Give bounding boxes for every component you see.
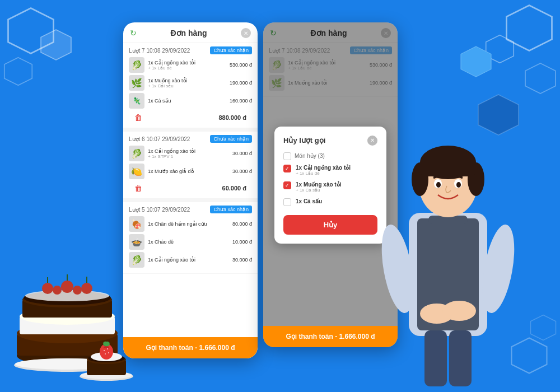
item-info: 1x Cải ngồng xào tỏi + 1x Lẩu dê: [148, 60, 230, 71]
order-item: 🍖 1x Chân dê hầm ngải cứu 80.000 đ: [129, 216, 252, 232]
item-name: 1x Mướp xào giả dỗ: [148, 169, 232, 174]
item-img: 🌿: [129, 75, 144, 91]
item-info: 1x Cá sấu: [148, 98, 230, 104]
order-item: 🥬 1x Cải ngồng xào tỏi 30.000 đ: [129, 252, 252, 268]
item-price: 80.000 đ: [232, 221, 252, 227]
svg-marker-2: [4, 58, 32, 86]
svg-point-38: [107, 348, 108, 349]
left-phone-close-icon[interactable]: ✕: [241, 28, 251, 38]
item-img: 🥬: [129, 57, 144, 73]
svg-point-49: [442, 301, 476, 321]
modal-item-3-checkbox[interactable]: [283, 198, 291, 206]
svg-point-40: [108, 352, 109, 353]
order-total-6: 🗑 60.000 đ: [129, 181, 252, 195]
modal-item-2-note: + 1x Cá sấu: [296, 188, 377, 193]
refresh-icon[interactable]: ↻: [130, 29, 137, 38]
svg-marker-1: [41, 30, 71, 60]
trash-icon[interactable]: 🗑: [134, 184, 142, 193]
modal-item-2-name: 1x Muống xào tỏi: [296, 181, 377, 188]
modal-item-2-checkbox[interactable]: ✓: [283, 181, 291, 189]
item-img: 🍖: [129, 216, 144, 232]
order-total-7: 🗑 880.000 đ: [129, 111, 252, 124]
person-svg: [375, 123, 521, 392]
item-name: 1x Cải ngồng xào tỏi: [148, 257, 232, 263]
svg-point-19: [42, 283, 53, 294]
item-note: + 1x STPV 1: [148, 154, 232, 159]
svg-marker-9: [461, 46, 491, 77]
trash-icon[interactable]: 🗑: [134, 113, 142, 122]
person-decoration: [370, 112, 526, 392]
modal-item-1-checkbox[interactable]: ✓: [283, 165, 291, 172]
modal-item-1-info: 1x Cải ngồng xào tỏi + 1x Lẩu dê: [296, 165, 377, 176]
order-item: 🦎 1x Cá sấu 160.000 đ: [129, 93, 252, 109]
item-info: 1x Cải ngồng xào tỏi + 1x STPV 1: [148, 148, 232, 159]
order-group-6-label: Lượt 6 10:07 29/09/2022: [129, 136, 190, 142]
modal-item-1-note: + 1x Lẩu dê: [296, 171, 377, 176]
modal-item-2-info: 1x Muống xào tỏi + 1x Cá sấu: [296, 181, 377, 193]
order-group-5-header: Lượt 5 10:07 29/09/2022 Chưa xác nhận: [129, 206, 252, 213]
hex-decoration-tl2: [39, 28, 73, 62]
item-info: 1x Mướp xào giả dỗ: [148, 169, 232, 174]
item-price: 30.000 đ: [232, 151, 252, 156]
left-phone-body: Lượt 7 10:08 29/09/2022 Chưa xác nhận 🥬 …: [123, 43, 258, 329]
item-price: 30.000 đ: [232, 169, 252, 174]
svg-rect-60: [424, 330, 447, 386]
item-info: 1x Muống xào tỏi + 1x Cải sẻu: [148, 78, 230, 88]
left-phone: ↻ Đơn hàng ✕ Lượt 7 10:08 29/09/2022 Chư…: [123, 22, 258, 358]
item-note: + 1x Cải sẻu: [148, 83, 230, 88]
left-phone-header: ↻ Đơn hàng ✕: [123, 22, 258, 43]
svg-rect-55: [421, 157, 475, 176]
svg-marker-5: [525, 63, 556, 94]
item-name: 1x Cải ngồng xào tỏi: [148, 148, 232, 154]
item-price: 30.000 đ: [232, 257, 252, 263]
svg-point-37: [104, 350, 105, 351]
hex-decoration-br2: [529, 314, 557, 342]
dessert-svg: [78, 336, 134, 381]
section-label-text: Món hủy (3): [295, 153, 325, 159]
item-name: 1x Chân dê hầm ngải cứu: [148, 221, 232, 227]
svg-rect-61: [449, 330, 472, 386]
item-price: 530.000 đ: [230, 62, 252, 68]
item-note: + 1x Lẩu dê: [148, 66, 230, 71]
total-price: 60.000 đ: [222, 185, 246, 192]
modal-cancel-button[interactable]: Hủy: [283, 215, 377, 235]
section-checkbox[interactable]: [283, 152, 291, 160]
svg-point-22: [53, 286, 62, 295]
order-item: 🥬 1x Cải ngồng xào tỏi + 1x STPV 1 30.00…: [129, 146, 252, 161]
order-group-5: Lượt 5 10:07 29/09/2022 Chưa xác nhận 🍖 …: [123, 202, 258, 274]
modal-section-label: Món hủy (3): [283, 152, 377, 160]
modal-item-3: 1x Cá sấu: [283, 198, 377, 206]
order-group-6: Lượt 6 10:07 29/09/2022 Chưa xác nhận 🥬 …: [123, 132, 258, 199]
modal-item-3-info: 1x Cá sấu: [296, 198, 377, 204]
order-group-7-header: Lượt 7 10:08 29/09/2022 Chưa xác nhận: [129, 46, 252, 54]
item-price: 190.000 đ: [230, 80, 252, 86]
item-info: 1x Cải ngồng xào tỏi: [148, 257, 232, 263]
item-name: 1x Muống xào tỏi: [148, 78, 230, 83]
order-group-6-header: Lượt 6 10:07 29/09/2022 Chưa xác nhận: [129, 135, 252, 143]
left-phone-footer[interactable]: Gọi thanh toán - 1.666.000 đ: [123, 337, 258, 358]
svg-point-59: [456, 182, 461, 188]
order-group-5-status: Chưa xác nhận: [210, 206, 252, 213]
order-group-7-label: Lượt 7 10:08 29/09/2022: [129, 48, 190, 54]
order-group-5-label: Lượt 5 10:07 29/09/2022: [129, 207, 190, 213]
order-item: 🌿 1x Muống xào tỏi + 1x Cải sẻu 190.000 …: [129, 75, 252, 91]
hex-decoration-tr3: [524, 62, 557, 95]
svg-marker-8: [531, 315, 556, 340]
modal-item-1: ✓ 1x Cải ngồng xào tỏi + 1x Lẩu dê: [283, 165, 377, 176]
order-group-6-status: Chưa xác nhận: [210, 135, 252, 143]
modal-title: Hủy lượt gọi: [283, 136, 325, 144]
modal-item-1-name: 1x Cải ngồng xào tỏi: [296, 165, 377, 171]
hex-decoration-tl3: [3, 56, 34, 87]
item-name: 1x Cải ngồng xào tỏi: [148, 60, 230, 66]
item-name: 1x Cá sấu: [148, 98, 230, 104]
dessert-decoration: [78, 336, 134, 381]
hex-accent-tr: [459, 45, 493, 78]
item-price: 10.000 đ: [232, 239, 252, 245]
svg-point-23: [73, 286, 82, 295]
modal-item-3-name: 1x Cá sấu: [296, 198, 377, 204]
modal-item-2: ✓ 1x Muống xào tỏi + 1x Cá sấu: [283, 181, 377, 193]
item-name: 1x Cháo dê: [148, 239, 232, 245]
svg-point-39: [105, 353, 106, 354]
total-price: 880.000 đ: [218, 114, 246, 121]
item-info: 1x Chân dê hầm ngải cứu: [148, 221, 232, 227]
